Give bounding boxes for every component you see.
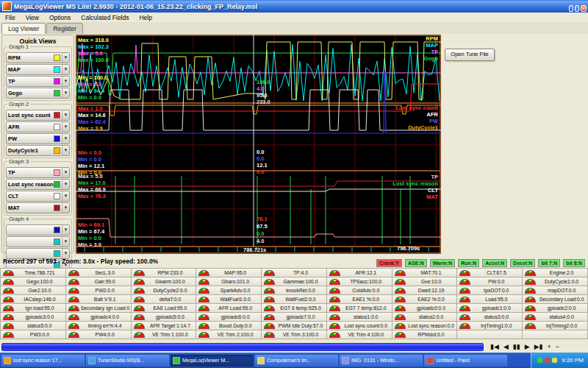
tray-icon[interactable] [552,358,557,363]
chevron-down-icon[interactable]: ▼ [62,191,69,201]
chevron-down-icon[interactable]: ▼ [62,65,69,74]
status-badge: Crank:Y [376,259,402,267]
chevron-down-icon[interactable]: ▼ [62,168,69,177]
zoom-out-button[interactable]: − [556,342,559,352]
gauge-label: TPSacc:100.0 [342,279,392,284]
taskbar-item[interactable]: Computer\an's im... [255,355,338,367]
taskbar-item[interactable]: TunerStudio MS(B... [86,355,169,367]
graph-3-cursor-value: 0.0 [257,230,264,237]
quick-view-item-tp[interactable]: TP▼ [6,167,70,178]
gauge-label: WallFuel2:0.0 [276,297,326,302]
quick-view-item-lost-sync-count[interactable]: Lost sync count▼ [6,110,70,121]
chevron-down-icon[interactable]: ▼ [62,180,69,189]
chevron-down-icon[interactable]: ▼ [62,122,69,132]
gauge-dial-icon [134,314,145,320]
gauge-dial-icon [198,323,209,329]
gauge-dial-icon [395,279,406,285]
gauge-cell: timing err%:4.4 [66,322,132,330]
play-button[interactable]: ▶ [525,342,530,352]
maximize-icon[interactable]: □ [575,5,579,12]
tray-icon[interactable] [537,358,542,363]
chevron-down-icon[interactable]: ▼ [62,203,69,213]
step-back-button[interactable]: ◀ [503,342,509,352]
close-icon[interactable]: ✕ [581,5,587,12]
graph-3-legend-label: CLT [428,187,438,194]
record-status-text: Record 297 of 593 - Zoom: 3.0x - Play sp… [0,258,376,265]
tab-log-viewer[interactable]: Log Viewer [1,23,46,34]
minimize-icon[interactable]: _ [569,5,573,12]
open-tune-file-button[interactable]: Open Tune File [445,49,495,61]
skip-end-button[interactable]: ▶▮ [534,342,543,352]
menu-options[interactable]: Options [44,14,76,21]
color-swatch [54,227,60,233]
chevron-down-icon[interactable]: ▼ [62,225,69,235]
quick-view-item-map[interactable]: MAP▼ [6,64,70,75]
quick-view-item-clt[interactable]: CLT▼ [6,191,70,202]
status-badge: bit 8:N [563,259,585,267]
gauge-dial-icon [395,332,406,338]
chevron-down-icon[interactable]: ▼ [62,146,69,155]
tray-icon[interactable] [545,358,550,363]
chevron-down-icon[interactable]: ▼ [62,53,69,63]
gauge-label: VE Trim 4:100.0 [342,332,392,337]
graph-3-min-value: Min = 0.0 [78,235,101,241]
gauge-dial-icon [198,288,209,294]
gauge-label: EAE1 %:0.0 [342,297,392,302]
pause-button[interactable]: ▮▮ [513,342,520,352]
menu-calculated-fields[interactable]: Calculated Fields [76,14,134,21]
gauge-label: gpioadc7:0.0 [276,314,326,319]
graph-1-max-value: Max = 100.0 [78,57,109,63]
timeline-scrollbar[interactable] [1,343,484,351]
chevron-down-icon[interactable]: ▼ [62,77,69,86]
trace-dutycycle1 [76,105,441,116]
gauge-label: gpioadc6:0.0 [211,314,261,319]
zoom-in-button[interactable]: + [548,342,551,352]
chevron-down-icon[interactable]: ▼ [62,110,69,120]
chevron-down-icon[interactable]: ▼ [62,237,69,247]
quick-view-item-afr[interactable]: AFR▼ [6,121,70,132]
gauge-dial-icon [264,288,275,294]
graph-2-min-value: Min = 12.1 [78,163,104,169]
gauge-dial-icon [264,323,275,329]
taskbar-item-icon [4,357,11,364]
graph-canvas[interactable]: Max = 318.0Max = 102.3Max = 5.0Max = 100… [76,35,441,254]
quick-view-label: TP [7,169,54,176]
gauge-cell: Secondary Load:0.0 [523,295,588,304]
quick-view-item-gego[interactable]: Gego▼ [6,88,70,99]
taskbar-item[interactable]: Untitled - Paint [424,355,507,367]
taskbar-item[interactable]: IMG_0131 - Windo... [340,355,423,367]
gauge-cell [523,330,588,339]
quick-view-item-rpm[interactable]: RPM▼ [6,52,70,63]
gauge-label: Lost sync reason:0.0 [407,323,457,328]
quick-view-item-lost-sync-reason[interactable]: Lost sync reason▼ [6,179,70,190]
taskbar-item[interactable]: MegaLogViewer M... [171,355,254,367]
gauge-dial-icon [329,288,340,294]
gauge-dial-icon [3,323,14,329]
gauge-cell: AFR:12.1 [327,269,392,277]
quick-view-item-tp[interactable]: TP▼ [6,76,70,87]
skip-start-button[interactable]: ▮◀ [490,342,499,352]
quick-view-item-dutycycle1[interactable]: DutyCycle1▼ [6,145,70,156]
gauge-cell: InjTiming2:0.0 [523,322,588,330]
gauge-label: SecL:3.0 [81,270,131,275]
quick-view-item-mat[interactable]: MAT▼ [6,202,70,213]
quick-view-item-pw[interactable]: PW▼ [6,133,70,144]
menu-file[interactable]: File [0,14,21,21]
tab-register[interactable]: Register [46,23,83,34]
gauge-dial-icon [459,297,470,302]
gauge-cell: Lost sync reason:0.0 [392,322,458,330]
menu-bar: FileViewOptionsCalculated FieldsHelp [0,13,588,23]
menu-view[interactable]: View [21,14,44,21]
chevron-down-icon[interactable]: ▼ [62,88,69,98]
gauge-cell: DutyCycle1:0.0 [523,277,588,286]
taskbar-item-label: IMG_0131 - Windo... [351,358,399,363]
quick-view-item[interactable]: ▼ [6,236,70,247]
chevron-down-icon[interactable]: ▼ [62,134,69,144]
group-label: Graph 1 [7,43,30,50]
taskbar-item[interactable]: lost sync reason 17... [1,355,85,367]
gauge-cell: SecL:3.0 [66,269,132,277]
gauge-cell: WallFuel1:0.0 [196,295,262,304]
menu-help[interactable]: Help [134,14,157,21]
quick-view-item[interactable]: ▼ [6,224,70,236]
quick-view-label: Lost sync count [7,112,54,118]
